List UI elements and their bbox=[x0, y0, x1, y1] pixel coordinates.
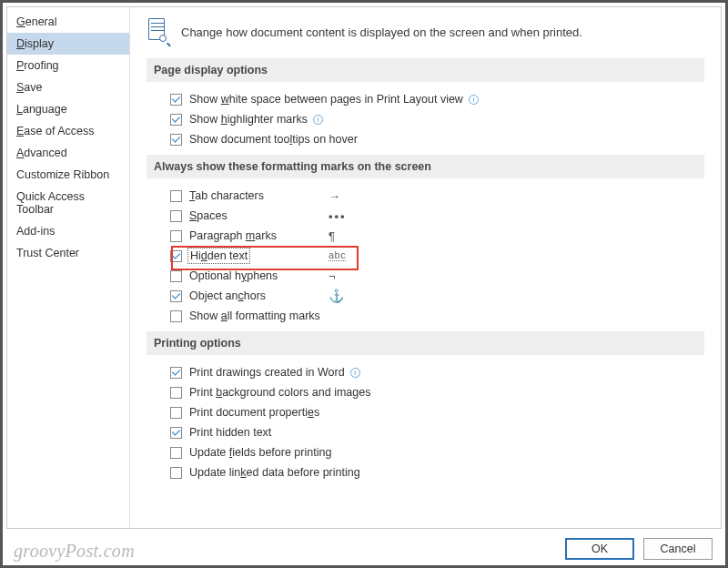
header-text: Change how document content is displayed… bbox=[181, 25, 582, 39]
watermark: groovyPost.com bbox=[14, 541, 135, 562]
opt-show-highlighter[interactable]: Show highlighter marks i bbox=[147, 109, 704, 129]
chk-optional-hyphens[interactable] bbox=[170, 270, 182, 282]
sidebar-item-general[interactable]: General bbox=[7, 11, 129, 33]
opt-print-properties[interactable]: Print document properties bbox=[147, 402, 704, 422]
chk-print-background[interactable] bbox=[170, 387, 182, 399]
chk-print-drawings[interactable] bbox=[170, 367, 182, 379]
opt-hidden-text[interactable]: Hidden text abc bbox=[147, 246, 704, 266]
opt-optional-hyphens[interactable]: Optional hyphens ¬ bbox=[147, 266, 704, 286]
sidebar-item-advanced[interactable]: Advanced bbox=[7, 142, 129, 164]
chk-show-all-marks[interactable] bbox=[170, 310, 182, 322]
pilcrow-icon: ¶ bbox=[329, 229, 335, 243]
opt-spaces[interactable]: Spaces ••• bbox=[147, 206, 704, 226]
opt-object-anchors[interactable]: Object anchors ⚓ bbox=[147, 286, 704, 306]
chk-print-properties[interactable] bbox=[170, 407, 182, 419]
info-icon[interactable]: i bbox=[313, 115, 323, 125]
section-page-display-title: Page display options bbox=[147, 58, 704, 82]
chk-show-tooltips[interactable] bbox=[170, 134, 182, 146]
chk-paragraph-marks[interactable] bbox=[170, 230, 182, 242]
info-icon[interactable]: i bbox=[469, 95, 479, 105]
section-printing-title: Printing options bbox=[147, 331, 704, 355]
sidebar-item-customize-ribbon[interactable]: Customize Ribbon bbox=[7, 164, 129, 186]
opt-show-all-marks[interactable]: Show all formatting marks bbox=[147, 306, 704, 326]
sidebar-item-quick-access-toolbar[interactable]: Quick Access Toolbar bbox=[7, 186, 129, 220]
chk-update-fields[interactable] bbox=[170, 447, 182, 459]
opt-show-tooltips[interactable]: Show document tooltips on hover bbox=[147, 129, 704, 149]
chk-object-anchors[interactable] bbox=[170, 290, 182, 302]
sidebar-item-add-ins[interactable]: Add-ins bbox=[7, 220, 129, 242]
sidebar-item-save[interactable]: Save bbox=[7, 76, 129, 98]
sidebar-item-ease-of-access[interactable]: Ease of Access bbox=[7, 120, 129, 142]
ok-button[interactable]: OK bbox=[565, 538, 634, 560]
display-header-icon bbox=[147, 18, 170, 46]
sidebar-item-proofing[interactable]: Proofing bbox=[7, 55, 129, 76]
chk-show-highlighter[interactable] bbox=[170, 114, 182, 126]
opt-update-linked[interactable]: Update linked data before printing bbox=[147, 462, 704, 482]
chk-spaces[interactable] bbox=[170, 210, 182, 222]
chk-show-whitespace[interactable] bbox=[170, 94, 182, 106]
options-sidebar: General Display Proofing Save Language E… bbox=[7, 7, 130, 528]
opt-print-background[interactable]: Print background colors and images bbox=[147, 382, 704, 402]
sidebar-item-display[interactable]: Display bbox=[7, 33, 129, 55]
opt-show-whitespace[interactable]: Show white space between pages in Print … bbox=[147, 89, 704, 109]
dots-icon: ••• bbox=[329, 209, 347, 223]
section-formatting-marks-title: Always show these formatting marks on th… bbox=[147, 155, 704, 178]
chk-update-linked[interactable] bbox=[170, 467, 182, 479]
anchor-icon: ⚓ bbox=[329, 289, 344, 303]
arrow-right-icon: → bbox=[329, 189, 340, 203]
sidebar-item-language[interactable]: Language bbox=[7, 98, 129, 120]
cancel-button[interactable]: Cancel bbox=[643, 538, 713, 560]
abc-icon: abc bbox=[329, 250, 346, 261]
opt-tab-characters[interactable]: Tab characters → bbox=[147, 186, 704, 206]
content-pane: Change how document content is displayed… bbox=[130, 7, 721, 528]
chk-tab-characters[interactable] bbox=[170, 190, 182, 202]
hyphen-icon: ¬ bbox=[329, 269, 336, 283]
opt-print-hidden-text[interactable]: Print hidden text bbox=[147, 422, 704, 442]
opt-update-fields[interactable]: Update fields before printing bbox=[147, 442, 704, 462]
sidebar-item-trust-center[interactable]: Trust Center bbox=[7, 242, 129, 264]
opt-paragraph-marks[interactable]: Paragraph marks ¶ bbox=[147, 226, 704, 246]
chk-print-hidden-text[interactable] bbox=[170, 427, 182, 439]
opt-print-drawings[interactable]: Print drawings created in Word i bbox=[147, 362, 704, 382]
info-icon[interactable]: i bbox=[350, 368, 360, 378]
chk-hidden-text[interactable] bbox=[170, 250, 182, 262]
